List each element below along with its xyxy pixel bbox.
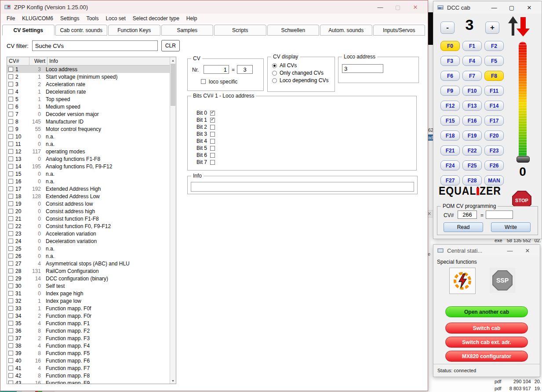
bit-7-checkbox[interactable] bbox=[210, 160, 215, 165]
cv-row-checkbox[interactable] bbox=[8, 254, 13, 258]
pom-cv-number-input[interactable] bbox=[458, 211, 477, 219]
cv-row-checkbox[interactable] bbox=[8, 156, 13, 161]
mx820-configurator-button[interactable]: MX820 configurator bbox=[445, 351, 528, 362]
function-key-f25[interactable]: F25 bbox=[462, 160, 482, 171]
cv-row-checkbox[interactable] bbox=[8, 224, 13, 229]
cv-row-checkbox[interactable] bbox=[8, 298, 13, 303]
cv-row-checkbox[interactable] bbox=[8, 201, 13, 206]
cv-row-15[interactable]: 150n.a. bbox=[7, 170, 170, 178]
cv-row-16[interactable]: 160n.a. bbox=[7, 178, 170, 185]
radio-icon[interactable] bbox=[272, 71, 277, 76]
cv-row-checkbox[interactable] bbox=[8, 112, 13, 116]
cv-row-checkbox[interactable] bbox=[8, 171, 13, 176]
close-button[interactable]: ✕ bbox=[519, 247, 536, 254]
cv-row-40[interactable]: 4016Function mapp. F6 bbox=[7, 357, 170, 364]
function-key-f23[interactable]: F23 bbox=[484, 145, 504, 156]
cv-row-14[interactable]: 14195Analog functions F0, F9-F12 bbox=[7, 163, 170, 170]
bit-3-checkbox[interactable] bbox=[210, 132, 215, 137]
direction-arrows-icon[interactable] bbox=[506, 15, 530, 39]
scrollbar-thumb[interactable] bbox=[171, 64, 175, 106]
speed-slider-handle[interactable] bbox=[517, 156, 530, 163]
cv-filter-input[interactable] bbox=[32, 40, 158, 51]
cv-row-4[interactable]: 41Deceleration rate bbox=[7, 88, 170, 95]
cv-row-checkbox[interactable] bbox=[8, 276, 13, 281]
function-key-f24[interactable]: F24 bbox=[440, 160, 460, 171]
cv-row-9[interactable]: 955Motor control frequency bbox=[7, 125, 170, 133]
maximize-button[interactable]: ▢ bbox=[389, 4, 407, 11]
cv-row-checkbox[interactable] bbox=[8, 291, 13, 296]
cv-row-checkbox[interactable] bbox=[8, 261, 13, 266]
cv-row-checkbox[interactable] bbox=[8, 97, 13, 102]
table-scrollbar[interactable]: ▲ ▼ bbox=[170, 57, 176, 384]
cv-row-checkbox[interactable] bbox=[8, 351, 13, 356]
radio-icon[interactable] bbox=[272, 63, 277, 68]
cv-row-checkbox[interactable] bbox=[8, 186, 13, 191]
cv-row-checkbox[interactable] bbox=[8, 216, 13, 221]
function-key-f6[interactable]: F6 bbox=[440, 71, 460, 81]
cv-row-7[interactable]: 70Decoder version major bbox=[7, 110, 170, 118]
function-key-f18[interactable]: F18 bbox=[440, 131, 460, 141]
cv-row-19[interactable]: 190Consist address low bbox=[7, 200, 170, 207]
cv-row-28[interactable]: 28131RailCom Configuration bbox=[7, 267, 170, 275]
dcc-cab-titlebar[interactable]: DCC cab — ▢ ✕ bbox=[433, 1, 542, 14]
bit-4-checkbox[interactable] bbox=[210, 139, 215, 144]
cv-row-11[interactable]: 110n.a. bbox=[7, 140, 170, 148]
menu-tools[interactable]: Tools bbox=[83, 15, 102, 22]
cv-row-checkbox[interactable] bbox=[8, 82, 13, 87]
switch-cab-button[interactable]: Switch cab bbox=[445, 323, 528, 334]
cv-row-checkbox[interactable] bbox=[8, 313, 13, 318]
cv-row-checkbox[interactable] bbox=[8, 179, 13, 184]
open-another-cab-button[interactable]: Open another cab bbox=[445, 306, 528, 317]
cv-row-checkbox[interactable] bbox=[8, 164, 13, 169]
bit-6-checkbox[interactable] bbox=[210, 153, 215, 158]
cv-row-12[interactable]: 12117operating modes bbox=[7, 148, 170, 155]
cv-row-27[interactable]: 274Asymmetrical stops (ABC) and HLU bbox=[7, 260, 170, 267]
radio-loco-depending-cvs[interactable]: Loco depending CVs bbox=[272, 77, 328, 83]
bit-1-checkbox[interactable] bbox=[210, 118, 215, 123]
cv-row-6[interactable]: 61Medium speed bbox=[7, 103, 170, 110]
cv-row-39[interactable]: 398Function mapp. F5 bbox=[7, 349, 170, 357]
bit-5-checkbox[interactable] bbox=[210, 146, 215, 151]
tab-scripts[interactable]: Scripts bbox=[214, 25, 266, 36]
cv-row-8[interactable]: 8145Manufacturer ID bbox=[7, 118, 170, 125]
equalizer-logo[interactable]: EQUALIZER bbox=[439, 184, 501, 197]
menu-settings[interactable]: Settings bbox=[57, 15, 83, 22]
cv-row-34[interactable]: 342Function mapp. F0r bbox=[7, 312, 170, 319]
cv-row-13[interactable]: 130Analog functions F1-F8 bbox=[7, 155, 170, 163]
scroll-up-icon[interactable]: ▲ bbox=[170, 57, 176, 63]
function-key-f26[interactable]: F26 bbox=[484, 160, 504, 171]
function-key-f17[interactable]: F17 bbox=[484, 116, 504, 126]
cv-row-42[interactable]: 428Function mapp. F8 bbox=[7, 372, 170, 379]
minimize-button[interactable]: — bbox=[371, 4, 389, 11]
cv-row-29[interactable]: 2914DCC configuration (binary) bbox=[7, 275, 170, 282]
function-key-f2[interactable]: F2 bbox=[484, 41, 504, 51]
cv-row-checkbox[interactable] bbox=[8, 358, 13, 363]
function-key-f15[interactable]: F15 bbox=[440, 116, 460, 126]
stein-module-icon[interactable] bbox=[449, 268, 476, 294]
function-key-f5[interactable]: F5 bbox=[484, 56, 504, 66]
cv-row-checkbox[interactable] bbox=[8, 321, 13, 326]
function-key-f0[interactable]: F0 bbox=[440, 41, 460, 51]
menu-loco-set[interactable]: Loco set bbox=[102, 15, 129, 22]
minimize-button[interactable]: — bbox=[485, 4, 503, 11]
cv-row-31[interactable]: 310Index page high bbox=[7, 290, 170, 297]
loco-address-input[interactable] bbox=[342, 64, 383, 73]
cv-row-38[interactable]: 384Function mapp. F4 bbox=[7, 342, 170, 349]
cv-row-20[interactable]: 200Consist address high bbox=[7, 207, 170, 215]
cv-row-1[interactable]: 13Loco address bbox=[7, 65, 170, 73]
cv-row-21[interactable]: 210Consist function F1-F8 bbox=[7, 215, 170, 222]
minimize-button[interactable]: — bbox=[501, 247, 519, 254]
cv-row-checkbox[interactable] bbox=[8, 343, 13, 348]
column-header-cv[interactable]: CV# bbox=[7, 57, 29, 65]
function-key-f11[interactable]: F11 bbox=[484, 86, 504, 96]
radio-icon[interactable] bbox=[272, 78, 277, 83]
speed-slider[interactable] bbox=[519, 42, 527, 161]
cv-row-checkbox[interactable] bbox=[8, 336, 13, 341]
tab-cab-contr-sounds[interactable]: Cab contr. sounds bbox=[55, 25, 108, 36]
cv-row-10[interactable]: 100n.a. bbox=[7, 133, 170, 140]
function-key-f21[interactable]: F21 bbox=[440, 145, 460, 156]
cv-row-37[interactable]: 372Function mapp. F3 bbox=[7, 334, 170, 342]
cv-row-checkbox[interactable] bbox=[8, 104, 13, 109]
cv-row-checkbox[interactable] bbox=[8, 246, 13, 251]
cv-row-5[interactable]: 51Top speed bbox=[7, 95, 170, 103]
